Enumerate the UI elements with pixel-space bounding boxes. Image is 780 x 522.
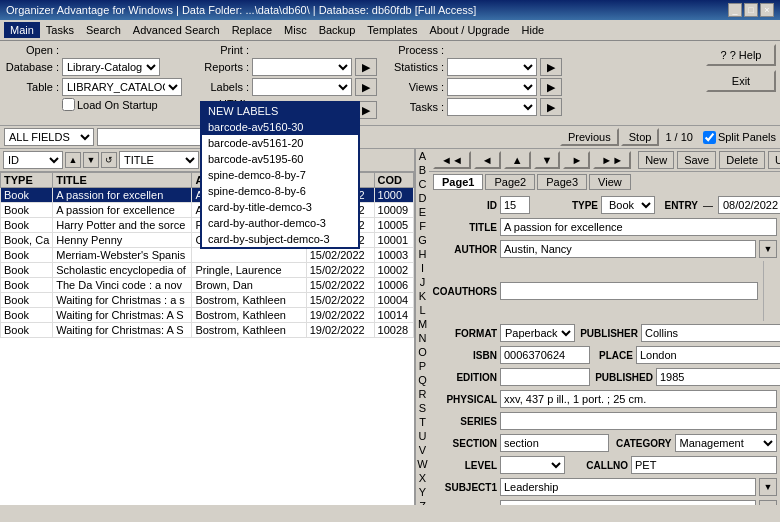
dropdown-item-5[interactable]: card-by-title-demco-3 <box>202 199 358 215</box>
level-select[interactable] <box>500 456 565 474</box>
col-code-header[interactable]: COD <box>374 173 413 188</box>
alpha-letter-o[interactable]: O <box>416 345 430 359</box>
alpha-letter-n[interactable]: N <box>416 331 430 345</box>
alpha-letter-w[interactable]: W <box>416 457 430 471</box>
table-row[interactable]: Book Merriam-Webster's Spanis 15/02/2022… <box>1 248 414 263</box>
series-field[interactable] <box>500 412 777 430</box>
alpha-letter-r[interactable]: R <box>416 387 430 401</box>
alpha-letter-d[interactable]: D <box>416 191 430 205</box>
help-button[interactable]: ? ? Help <box>706 44 776 66</box>
published-field[interactable] <box>656 368 780 386</box>
col-title-header[interactable]: TITLE <box>53 173 192 188</box>
close-button[interactable]: × <box>760 3 774 17</box>
new-button[interactable]: New <box>638 151 674 169</box>
statistics-go-btn[interactable]: ▶ <box>540 58 562 76</box>
type-select[interactable]: Book <box>601 196 655 214</box>
first-record-btn[interactable]: ◄◄ <box>433 151 471 169</box>
database-select[interactable]: Library-Catalog <box>62 58 160 76</box>
alpha-letter-g[interactable]: G <box>416 233 430 247</box>
menu-hide[interactable]: Hide <box>516 22 551 38</box>
subject1-lookup-icon[interactable]: ▼ <box>759 478 777 496</box>
menu-main[interactable]: Main <box>4 22 40 38</box>
dropdown-item-2[interactable]: barcode-av5195-60 <box>202 151 358 167</box>
subject2-field[interactable] <box>500 500 756 505</box>
alpha-letter-v[interactable]: V <box>416 443 430 457</box>
publisher-field[interactable] <box>641 324 780 342</box>
sort-desc-icon[interactable]: ▼ <box>83 152 99 168</box>
previous-button[interactable]: Previous <box>560 128 619 146</box>
category-select[interactable]: Management <box>675 434 778 452</box>
alpha-letter-e[interactable]: E <box>416 205 430 219</box>
labels-go-btn[interactable]: ▶ <box>355 78 377 96</box>
callno-field[interactable] <box>631 456 777 474</box>
dropdown-item-3[interactable]: spine-demco-8-by-7 <box>202 167 358 183</box>
table-row[interactable]: Book Scholastic encyclopedia of Pringle,… <box>1 263 414 278</box>
alpha-letter-q[interactable]: Q <box>416 373 430 387</box>
subject1-field[interactable] <box>500 478 756 496</box>
table-row[interactable]: Book The Da Vinci code : a nov Brown, Da… <box>1 278 414 293</box>
tab-view[interactable]: View <box>589 174 631 190</box>
field1-select[interactable]: ID <box>3 151 63 169</box>
menu-search[interactable]: Search <box>80 22 127 38</box>
split-panels-checkbox[interactable] <box>703 131 716 144</box>
field-selector[interactable]: ALL FIELDS ID TITLE AUTHOR TYPE <box>4 128 94 146</box>
alpha-letter-p[interactable]: P <box>416 359 430 373</box>
coauthors-field[interactable] <box>500 282 758 300</box>
tab-page3[interactable]: Page3 <box>537 174 587 190</box>
alpha-letter-l[interactable]: L <box>416 303 430 317</box>
views-go-btn[interactable]: ▶ <box>540 78 562 96</box>
dropdown-item-4[interactable]: spine-demco-8-by-6 <box>202 183 358 199</box>
edition-field[interactable] <box>500 368 590 386</box>
menu-advanced-search[interactable]: Advanced Search <box>127 22 226 38</box>
load-startup-label[interactable]: Load On Startup <box>62 98 158 111</box>
subject2-lookup-icon[interactable]: ▼ <box>759 500 777 505</box>
window-controls[interactable]: _ □ × <box>728 3 774 17</box>
format-select[interactable]: Paperback <box>500 324 575 342</box>
section-field[interactable] <box>500 434 609 452</box>
author-field[interactable] <box>500 240 756 258</box>
sort-asc-icon[interactable]: ▲ <box>65 152 81 168</box>
alpha-letter-c[interactable]: C <box>416 177 430 191</box>
views-select[interactable] <box>447 78 537 96</box>
field2-select[interactable]: TITLE <box>119 151 199 169</box>
refresh-icon[interactable]: ↺ <box>101 152 117 168</box>
next-record-btn[interactable]: ► <box>563 151 590 169</box>
save-button[interactable]: Save <box>677 151 716 169</box>
alpha-letter-f[interactable]: F <box>416 219 430 233</box>
dropdown-item-6[interactable]: card-by-author-demco-3 <box>202 215 358 231</box>
alpha-letter-x[interactable]: X <box>416 471 430 485</box>
id-field[interactable] <box>500 196 530 214</box>
table-row[interactable]: Book Waiting for Christmas: A S Bostrom,… <box>1 308 414 323</box>
alpha-letter-i[interactable]: I <box>416 261 430 275</box>
tasks-select[interactable] <box>447 98 537 116</box>
alpha-letter-z[interactable]: Z <box>416 499 430 505</box>
table-row[interactable]: Book Waiting for Christmas : a s Bostrom… <box>1 293 414 308</box>
alpha-letter-a[interactable]: A <box>416 149 430 163</box>
alpha-letter-u[interactable]: U <box>416 429 430 443</box>
statistics-select[interactable] <box>447 58 537 76</box>
alpha-letter-y[interactable]: Y <box>416 485 430 499</box>
isbn-field[interactable] <box>500 346 590 364</box>
menu-tasks[interactable]: Tasks <box>40 22 80 38</box>
tab-page1[interactable]: Page1 <box>433 174 483 190</box>
title-field[interactable] <box>500 218 777 236</box>
last-record-btn[interactable]: ►► <box>593 151 631 169</box>
menu-about[interactable]: About / Upgrade <box>423 22 515 38</box>
entry-select[interactable]: 08/02/2022 <box>718 196 780 214</box>
dropdown-item-0[interactable]: barcode-av5160-30 <box>202 119 358 135</box>
delete-button[interactable]: Delete <box>719 151 765 169</box>
alpha-letter-m[interactable]: M <box>416 317 430 331</box>
tasks-go-btn[interactable]: ▶ <box>540 98 562 116</box>
alpha-letter-s[interactable]: S <box>416 401 430 415</box>
menu-misc[interactable]: Misc <box>278 22 313 38</box>
alpha-letter-j[interactable]: J <box>416 275 430 289</box>
scroll-up-btn[interactable]: ▲ <box>504 151 531 169</box>
table-select[interactable]: LIBRARY_CATALOG <box>62 78 182 96</box>
physical-field[interactable] <box>500 390 777 408</box>
prev-record-btn[interactable]: ◄ <box>474 151 501 169</box>
author-lookup-icon[interactable]: ▼ <box>759 240 777 258</box>
reports-select[interactable] <box>252 58 352 76</box>
alpha-letter-b[interactable]: B <box>416 163 430 177</box>
tab-page2[interactable]: Page2 <box>485 174 535 190</box>
labels-select[interactable] <box>252 78 352 96</box>
